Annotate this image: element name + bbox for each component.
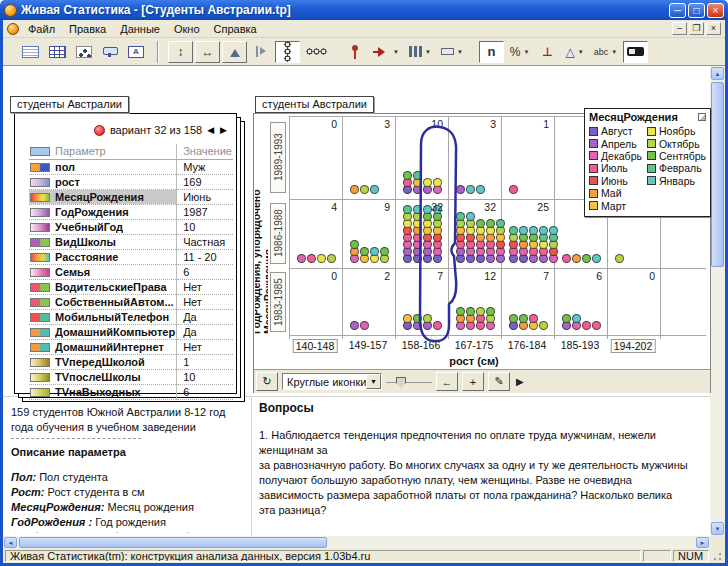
legend-item[interactable]: Август	[589, 125, 645, 137]
count-button[interactable]: n	[479, 41, 504, 63]
case-dot[interactable]	[327, 254, 336, 263]
case-dot[interactable]	[486, 307, 495, 316]
slider-view-icon[interactable]	[98, 41, 122, 63]
table-row[interactable]: TVнаВыходных6	[29, 384, 233, 399]
table-row[interactable]: ДомашнийКомпьютерДа	[29, 324, 233, 339]
case-dot[interactable]	[350, 240, 359, 249]
case-dot[interactable]	[572, 314, 581, 323]
legend-item[interactable]: Май	[589, 187, 645, 199]
case-dot[interactable]	[307, 254, 316, 263]
case-dot[interactable]	[403, 171, 412, 180]
legend-item[interactable]: Июль	[589, 162, 645, 174]
case-dot[interactable]	[615, 254, 624, 263]
case-dot[interactable]	[476, 307, 485, 316]
dropdown-arrow-icon[interactable]: ▼	[366, 374, 381, 389]
case-dot[interactable]	[413, 171, 422, 180]
legend-item[interactable]: Апрель	[589, 137, 645, 149]
case-dot[interactable]	[433, 178, 442, 187]
label-button[interactable]: abc▼	[590, 41, 621, 63]
menu-item-help[interactable]: Справка	[207, 22, 264, 36]
table-row[interactable]: УчебныйГод10	[29, 219, 233, 234]
menu-item-edit[interactable]: Правка	[62, 22, 113, 36]
dropdown-arrow-icon[interactable]: ▼	[524, 49, 530, 55]
vertical-scroll-thumb[interactable]	[711, 82, 724, 267]
menu-item-file[interactable]: Файл	[21, 22, 62, 36]
case-dot[interactable]	[423, 314, 432, 323]
case-dot[interactable]	[433, 321, 442, 330]
dropdown-arrow-icon[interactable]: ▼	[457, 49, 463, 55]
stack-dots-button[interactable]	[275, 41, 300, 63]
reference-pin-icon[interactable]	[343, 41, 367, 63]
case-dot[interactable]	[297, 254, 306, 263]
table-row[interactable]: полМуж	[29, 159, 233, 174]
case-dot[interactable]	[360, 321, 369, 330]
meter-button[interactable]	[623, 41, 648, 63]
mix-rotate-button[interactable]: ↻	[256, 372, 278, 391]
legend-item[interactable]: Октябрь	[647, 137, 706, 149]
plot-tab[interactable]: студенты Австралии	[255, 96, 374, 113]
hat-plot-icon[interactable]: ▼	[437, 41, 467, 63]
scroll-up-icon[interactable]: ▲	[711, 67, 724, 80]
case-dot[interactable]	[380, 247, 389, 256]
maximize-button[interactable]: □	[688, 3, 705, 18]
case-marker-icon[interactable]	[94, 125, 105, 136]
back-button[interactable]: ←	[436, 372, 458, 391]
case-dot[interactable]	[592, 254, 601, 263]
case-dot[interactable]	[509, 314, 518, 323]
case-dot[interactable]	[403, 314, 412, 323]
legend-item[interactable]: Ноябрь	[647, 125, 706, 137]
stack-vertical-button[interactable]: ↕	[168, 41, 193, 63]
case-dot[interactable]	[456, 185, 465, 194]
scroll-right-icon[interactable]: ►	[696, 537, 709, 548]
legend-item[interactable]: Сентябрь	[647, 150, 706, 162]
table-view-icon[interactable]	[45, 41, 70, 63]
case-dot[interactable]	[476, 185, 485, 194]
menu-item-data[interactable]: Данные	[113, 22, 167, 36]
draw-button[interactable]: ✎	[488, 372, 510, 391]
table-row[interactable]: МобильныйТелефонДа	[29, 309, 233, 324]
title-bar[interactable]: Живая Статистика - [Студенты Австралии.t…	[0, 0, 728, 20]
text-view-icon[interactable]: A	[124, 41, 148, 63]
separate-dots-button[interactable]	[302, 41, 331, 63]
case-dot[interactable]	[562, 254, 571, 263]
case-dot[interactable]	[486, 219, 495, 228]
table-row[interactable]: TVпослеШколы10	[29, 369, 233, 384]
align-button[interactable]	[249, 41, 273, 63]
dropdown-arrow-icon[interactable]: ▼	[611, 49, 617, 55]
triangle-marker-icon[interactable]: △▼	[561, 41, 587, 63]
scroll-down-icon[interactable]: ▼	[711, 522, 724, 535]
percent-button[interactable]: %▼	[506, 41, 534, 63]
mdi-restore-button[interactable]: ❐	[689, 22, 704, 35]
case-dot[interactable]	[529, 314, 538, 323]
case-dot[interactable]	[370, 185, 379, 194]
plot-view-icon[interactable]	[72, 41, 96, 63]
legend-item[interactable]: Март	[589, 199, 645, 211]
order-button[interactable]	[222, 41, 247, 63]
minimize-button[interactable]: ─	[669, 3, 686, 18]
table-row[interactable]: ВодительскиеПраваНет	[29, 279, 233, 294]
case-dot[interactable]	[519, 314, 528, 323]
case-dot[interactable]	[360, 247, 369, 256]
case-dot[interactable]	[466, 185, 475, 194]
icon-size-slider[interactable]	[386, 374, 432, 390]
slider-thumb[interactable]	[396, 377, 406, 388]
prev-variant-button[interactable]: ◀	[207, 125, 215, 135]
legend-item[interactable]: Декабрь	[589, 150, 645, 162]
table-row[interactable]: Расстояние11 - 20	[29, 249, 233, 264]
dropdown-arrow-icon[interactable]: ▼	[578, 49, 584, 55]
table-row[interactable]: МесяцРожденияИюнь	[29, 189, 233, 204]
case-dot[interactable]	[317, 254, 326, 263]
table-row[interactable]: ВидШколыЧастная	[29, 234, 233, 249]
case-dot[interactable]	[496, 219, 505, 228]
case-dot[interactable]	[539, 226, 548, 235]
x-bin-label[interactable]: 140-148	[293, 339, 338, 353]
case-dot[interactable]	[350, 321, 359, 330]
mdi-minimize-button[interactable]: –	[672, 22, 687, 35]
case-dot[interactable]	[572, 254, 581, 263]
horizontal-scrollbar[interactable]: ◄ ►	[3, 536, 710, 549]
legend-item[interactable]: Февраль	[647, 162, 706, 174]
icon-style-dropdown[interactable]: Круглые иконки ▼	[282, 373, 382, 390]
card-tab[interactable]: студенты Австралии	[10, 96, 129, 113]
table-row[interactable]: ДомашнийИнтернетНет	[29, 339, 233, 354]
table-row[interactable]: рост169	[29, 174, 233, 189]
